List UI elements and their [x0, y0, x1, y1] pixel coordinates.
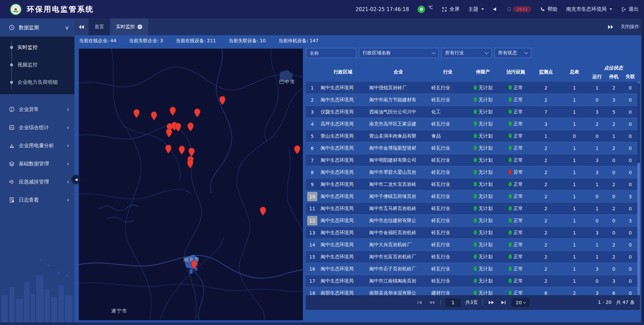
- map-pin-icon[interactable]: [191, 260, 198, 271]
- row-region: 仪陇生态环境局: [319, 109, 367, 115]
- close-tab-icon[interactable]: ✕: [138, 24, 142, 29]
- map-pin-icon[interactable]: [260, 207, 266, 217]
- tab-home[interactable]: 首页: [89, 18, 110, 35]
- map-panel[interactable]: 巴中市南充市遂宁市: [79, 49, 303, 320]
- page-number-input[interactable]: 1: [445, 298, 461, 307]
- sidebar-group-label: 企业用电量分析: [19, 143, 54, 149]
- name-filter-input[interactable]: [310, 50, 353, 56]
- sidebar-group-base-data[interactable]: 基础数据管理 ‹: [0, 155, 74, 173]
- table-row[interactable]: 8阆中生态环境局阆中市枣碧大梁山页岩砖瓦行业无计划异常21300: [306, 166, 638, 178]
- speaker-icon: [493, 7, 498, 12]
- industry-filter-select[interactable]: 所有行业: [441, 48, 492, 58]
- table-row[interactable]: 4高坪生态环境局南充市高坪区王家店建砖瓦行业无计划正常31220: [306, 118, 638, 130]
- sidebar-group-emergency-reduction[interactable]: 应急减排管理 ‹: [0, 173, 74, 191]
- row-company: 西南油气田分公司川中: [367, 109, 429, 115]
- table-row[interactable]: 12阆中生态环境局阆中市忠信建材有限公砖瓦行业无计划正常21003: [306, 215, 638, 227]
- page-size-select[interactable]: 20: [512, 298, 530, 307]
- row-limit-status: 无计划: [466, 121, 500, 127]
- map-pin-icon[interactable]: [166, 128, 172, 139]
- row-monitor-count: 2: [532, 254, 560, 260]
- first-page-button[interactable]: [416, 299, 424, 306]
- chevron-left-icon: ◀: [75, 177, 77, 182]
- region-filter-select[interactable]: 行政区域名称: [359, 48, 439, 58]
- sidebar-group-data-monitoring[interactable]: 数据监测 ∨: [0, 18, 74, 37]
- sidebar-submenu: 实时监控 视频监控 企业电力负荷明细: [0, 37, 74, 94]
- map-pin-icon[interactable]: [151, 111, 157, 122]
- double-chevron-right-icon[interactable]: [608, 25, 613, 29]
- last-page-button[interactable]: [499, 299, 507, 306]
- sidebar-group-log-view[interactable]: 日志查看 ‹: [0, 191, 74, 209]
- table-row[interactable]: 5营山生态环境局营山县润丰肉食品有限食品无计划正常10010: [306, 130, 638, 142]
- sidebar-item-video-monitoring[interactable]: 视频监控: [0, 56, 74, 73]
- close-operations-button[interactable]: 关闭操作: [621, 24, 639, 30]
- sidebar-group-company-abnormal[interactable]: 企业异常 ‹: [0, 100, 74, 118]
- org-dropdown[interactable]: 南充市生态环境局: [566, 6, 612, 12]
- theme-dropdown[interactable]: 主题: [468, 6, 484, 12]
- table-row[interactable]: 11阆中生态环境局阆中市五马桥页岩机砖砖瓦行业无计划正常21120: [306, 203, 638, 215]
- row-stop-count: 2: [605, 254, 622, 260]
- row-stop-count: 2: [605, 182, 622, 187]
- table-row[interactable]: 18南部生态环境局南部县兆华水泥有限公建材行业无计划正常62360: [306, 287, 638, 295]
- table-row[interactable]: 2阆中生态环境局阆中市南方节能建材有砖瓦行业无计划正常21030: [306, 94, 638, 106]
- row-monitor-count: 2: [532, 170, 560, 175]
- sidebar-group-company-statistics[interactable]: 企业综合统计 ‹: [0, 118, 74, 137]
- map-pin-icon[interactable]: [133, 109, 140, 119]
- table-row[interactable]: 3仪陇生态环境局西南油气田分公司川中化工无计划正常71350: [306, 106, 638, 118]
- status-dot-icon: [474, 218, 477, 223]
- row-offline-count: 0: [622, 133, 638, 139]
- map-pin-icon[interactable]: [165, 145, 172, 155]
- tab-scroll-left-button[interactable]: [74, 18, 89, 35]
- table-row[interactable]: 14阆中生态环境局阆中大兴页岩机砖厂砖瓦行业无计划正常21120: [306, 239, 638, 251]
- row-company: 南充市高坪区王家店建: [367, 121, 429, 127]
- table-row[interactable]: 6阆中生态环境局阆中市金博瑞新型墙材砖瓦行业无计划正常21120: [306, 142, 638, 154]
- table-row[interactable]: 13阆中生态环境局阆中市金福旺页岩机砖砖瓦行业无计划正常21300: [306, 227, 638, 239]
- map-pin-icon[interactable]: [194, 108, 200, 119]
- map-pin-icon[interactable]: [294, 145, 301, 156]
- status-filter-select[interactable]: 所有状态: [494, 48, 531, 58]
- row-stop-count: 0: [605, 230, 622, 235]
- map-pin-icon[interactable]: [169, 107, 176, 117]
- row-facility-status: 正常: [500, 194, 532, 200]
- table-row[interactable]: 15阆中生态环境局阆中市光富页岩机砖厂砖瓦行业无计划正常21120: [306, 251, 638, 263]
- row-company: 营山县润丰肉食品有限: [367, 133, 429, 139]
- notifications[interactable]: 2632: [506, 6, 531, 12]
- tab-realtime-monitoring[interactable]: 实时监控 ✕: [110, 18, 148, 35]
- map-pin-icon[interactable]: [175, 123, 181, 133]
- row-industry: 食品: [429, 133, 466, 139]
- name-filter[interactable]: [306, 48, 356, 58]
- row-industry: 砖瓦行业: [429, 278, 466, 284]
- fullscreen-button[interactable]: 全屏: [442, 6, 460, 12]
- prev-page-button[interactable]: [428, 299, 436, 306]
- table-row[interactable]: 16阆中生态环境局阆中市石子页岩机砖厂砖瓦行业无计划正常21300: [306, 263, 638, 275]
- table-row[interactable]: 9阆中生态环境局阆中市二龙长宝页岩砖砖瓦行业无计划正常21120: [306, 178, 638, 191]
- table-row[interactable]: 1阆中生态环境局阆中强锐页岩砖厂砖瓦行业无计划正常21120: [306, 82, 638, 94]
- map-pin-icon[interactable]: [187, 122, 194, 133]
- alert-circle-icon: [9, 106, 15, 112]
- table-row[interactable]: 10阆中生态环境局阆中千佛镇五郎垭页岩砖瓦行业无计划正常21003: [306, 191, 638, 203]
- sidebar-group-power-analysis[interactable]: 企业用电量分析 ‹: [0, 137, 74, 155]
- table-row[interactable]: 17阆中生态环境局阆中市江南镇阆南页岩砖瓦行业无计划正常21030: [306, 275, 638, 287]
- sidebar-collapse-button[interactable]: ◀: [72, 175, 80, 184]
- map-pin-icon[interactable]: [187, 159, 193, 170]
- next-page-button[interactable]: [487, 299, 495, 306]
- sidebar-item-power-load-detail[interactable]: 企业电力负荷明细: [0, 73, 74, 91]
- logout-button[interactable]: 退出: [621, 6, 639, 12]
- map-pin-icon[interactable]: [179, 146, 185, 156]
- mute-button[interactable]: [493, 7, 498, 12]
- table-scrollbar[interactable]: [637, 82, 640, 295]
- row-region: 阆中生态环境局: [319, 206, 367, 212]
- row-industry: 砖瓦行业: [429, 194, 466, 200]
- row-limit-status: 无计划: [466, 242, 500, 248]
- table-row[interactable]: 7阆中生态环境局阆中明阳建材有限公司砖瓦行业无计划正常21300: [306, 154, 638, 166]
- row-stop-count: 2: [605, 206, 622, 211]
- status-dot-icon: [474, 146, 477, 150]
- row-monitor-count: 2: [532, 206, 560, 211]
- scrollbar-thumb[interactable]: [637, 83, 640, 163]
- last-page-icon: [501, 301, 506, 305]
- sidebar-item-realtime-monitoring[interactable]: 实时监控: [0, 39, 74, 56]
- help-button[interactable]: 帮助: [540, 6, 557, 12]
- row-limit-status: 无计划: [466, 290, 500, 295]
- header-datetime: 2021-02-25 17:46:18: [356, 6, 409, 12]
- map-pin-icon[interactable]: [219, 96, 226, 106]
- row-stop-count: 3: [605, 97, 622, 103]
